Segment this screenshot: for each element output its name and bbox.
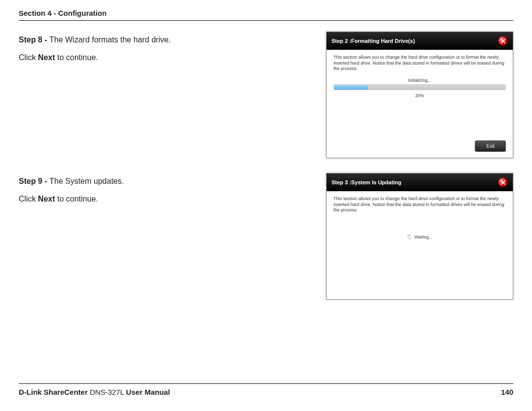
waiting-row: Waiting...	[333, 234, 506, 240]
footer-manual: User Manual	[126, 388, 170, 396]
svg-line-5	[410, 238, 411, 239]
svg-line-4	[408, 235, 408, 236]
close-icon[interactable]	[498, 177, 508, 187]
format-dialog-header: Step 2 :Formatting Hard Drive(s)	[327, 32, 513, 50]
progress-bar	[333, 84, 506, 90]
exit-button[interactable]: Exit	[475, 140, 506, 152]
waiting-label: Waiting...	[414, 235, 432, 240]
initializing-label: Initializing...	[333, 78, 506, 83]
section-header: Section 4 - Configuration	[19, 9, 513, 21]
spinner-icon	[407, 234, 412, 240]
step8-text: Step 8 - The Wizard formats the hard dri…	[19, 32, 317, 68]
update-dialog-desc: This section allows you to change the ha…	[333, 196, 506, 213]
format-dialog-desc: This section allows you to change the ha…	[333, 55, 506, 72]
step9-hint-bold: Next	[38, 195, 55, 203]
step9-label: Step 9 -	[19, 177, 49, 185]
svg-line-7	[410, 235, 411, 236]
step9-text: Step 9 - The System updates. Click Next …	[19, 173, 317, 210]
step8-hint-bold: Next	[38, 53, 55, 62]
progress-percent: 20%	[333, 93, 506, 98]
step8-label: Step 8 -	[19, 35, 49, 44]
update-dialog-title: Step 3 :System Is Updating	[332, 179, 401, 185]
format-dialog-title: Step 2 :Formatting Hard Drive(s)	[332, 38, 415, 44]
update-dialog: Step 3 :System Is Updating This section …	[326, 173, 513, 300]
format-dialog: Step 2 :Formatting Hard Drive(s) This se…	[326, 32, 513, 158]
step9-hint-post: to continue.	[55, 195, 98, 203]
step8-desc: The Wizard formats the hard drive.	[49, 35, 170, 44]
close-icon[interactable]	[498, 36, 508, 46]
update-dialog-header: Step 3 :System Is Updating	[327, 173, 513, 191]
footer-brand: D-Link ShareCenter	[19, 388, 88, 396]
step8-hint-post: to continue.	[55, 53, 98, 62]
progress-fill	[334, 85, 368, 90]
page-number: 140	[501, 388, 513, 396]
svg-line-6	[408, 238, 408, 239]
step9-hint-pre: Click	[19, 195, 38, 203]
footer-model: DNS-327L	[88, 388, 126, 396]
step8-hint-pre: Click	[19, 53, 38, 62]
page-footer: D-Link ShareCenter DNS-327L User Manual …	[19, 383, 513, 396]
step9-desc: The System updates.	[49, 177, 124, 185]
